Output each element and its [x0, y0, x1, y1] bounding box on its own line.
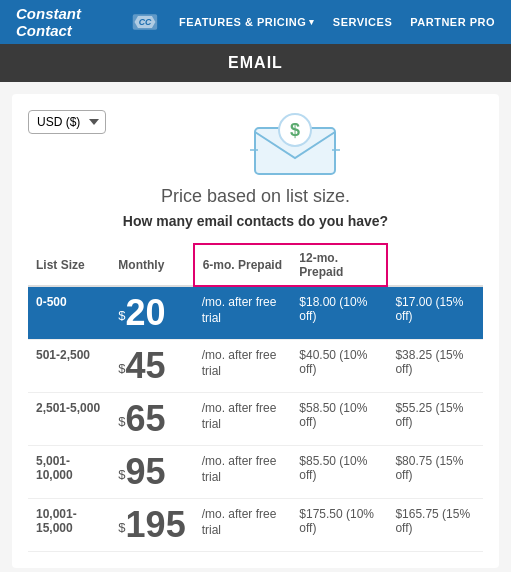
- th-6mo-prepaid: 6-mo. Prepaid: [194, 244, 292, 286]
- logo[interactable]: Constant Contact CC: [16, 5, 159, 39]
- price-sup: $: [118, 467, 125, 482]
- cell-list-size: 501-2,500: [28, 340, 110, 393]
- th-list-size: List Size: [28, 244, 110, 286]
- cell-12mo-prepaid: $80.75 (15% off): [387, 446, 483, 499]
- cell-list-size: 2,501-5,000: [28, 393, 110, 446]
- cell-price-suffix: /mo. after free trial: [194, 286, 292, 340]
- price-big: 20: [126, 292, 166, 333]
- table-row: 501-2,500$45/mo. after free trial$40.50 …: [28, 340, 483, 393]
- table-row: 0-500$20/mo. after free trial$18.00 (10%…: [28, 286, 483, 340]
- th-12mo-prepaid: 12-mo. Prepaid: [291, 244, 387, 286]
- cell-price-suffix: /mo. after free trial: [194, 499, 292, 552]
- cell-6mo-prepaid: $85.50 (10% off): [291, 446, 387, 499]
- price-sup: $: [118, 520, 125, 535]
- cell-12mo-prepaid: $38.25 (15% off): [387, 340, 483, 393]
- price-sup: $: [118, 361, 125, 376]
- price-subtitle: How many email contacts do you have?: [28, 213, 483, 229]
- cell-price-suffix: /mo. after free trial: [194, 393, 292, 446]
- cell-12mo-prepaid: $55.25 (15% off): [387, 393, 483, 446]
- cell-monthly-price: $95: [110, 446, 193, 499]
- top-row: USD ($) EUR (€) GBP (£) CAD ($) $: [28, 110, 483, 178]
- currency-select[interactable]: USD ($) EUR (€) GBP (£) CAD ($): [28, 110, 106, 134]
- main-content: USD ($) EUR (€) GBP (£) CAD ($) $ Price: [12, 94, 499, 568]
- svg-text:$: $: [289, 120, 299, 140]
- cell-6mo-prepaid: $40.50 (10% off): [291, 340, 387, 393]
- nav-link-features-label: FEATURES & PRICING: [179, 16, 306, 28]
- cell-12mo-prepaid: $165.75 (15% off): [387, 499, 483, 552]
- nav-link-services-label: SERVICES: [333, 16, 392, 28]
- cell-6mo-prepaid: $18.00 (10% off): [291, 286, 387, 340]
- nav-links: FEATURES & PRICING ▾ SERVICES PARTNER PR…: [179, 16, 495, 28]
- table-row: 10,001-15,000$195/mo. after free trial$1…: [28, 499, 483, 552]
- cell-6mo-prepaid: $175.50 (10% off): [291, 499, 387, 552]
- envelope-illustration: $: [106, 110, 483, 178]
- price-sup: $: [118, 414, 125, 429]
- cell-list-size: 0-500: [28, 286, 110, 340]
- cell-list-size: 10,001-15,000: [28, 499, 110, 552]
- cell-monthly-price: $20: [110, 286, 193, 340]
- nav-link-services[interactable]: SERVICES: [333, 16, 392, 28]
- table-row: 5,001-10,000$95/mo. after free trial$85.…: [28, 446, 483, 499]
- cell-monthly-price: $195: [110, 499, 193, 552]
- navigation: Constant Contact CC FEATURES & PRICING ▾…: [0, 0, 511, 44]
- price-big: 65: [126, 398, 166, 439]
- svg-text:CC: CC: [139, 17, 152, 27]
- email-header-text: EMAIL: [228, 54, 283, 71]
- cell-price-suffix: /mo. after free trial: [194, 340, 292, 393]
- pricing-table: List Size Monthly 6-mo. Prepaid 12-mo. P…: [28, 243, 483, 552]
- email-header: EMAIL: [0, 44, 511, 82]
- price-title: Price based on list size.: [28, 186, 483, 207]
- price-big: 195: [126, 504, 186, 545]
- logo-icon: CC: [131, 11, 159, 33]
- nav-link-partner-label: PARTNER PRO: [410, 16, 495, 28]
- cell-list-size: 5,001-10,000: [28, 446, 110, 499]
- nav-link-features-pricing[interactable]: FEATURES & PRICING ▾: [179, 16, 315, 28]
- table-header-row: List Size Monthly 6-mo. Prepaid 12-mo. P…: [28, 244, 483, 286]
- cell-price-suffix: /mo. after free trial: [194, 446, 292, 499]
- logo-text: Constant Contact: [16, 5, 125, 39]
- cell-6mo-prepaid: $58.50 (10% off): [291, 393, 387, 446]
- price-big: 95: [126, 451, 166, 492]
- th-monthly: Monthly: [110, 244, 193, 286]
- table-row: 2,501-5,000$65/mo. after free trial$58.5…: [28, 393, 483, 446]
- cell-12mo-prepaid: $17.00 (15% off): [387, 286, 483, 340]
- price-sup: $: [118, 308, 125, 323]
- nav-caret-features: ▾: [309, 17, 315, 27]
- cell-monthly-price: $45: [110, 340, 193, 393]
- nav-link-partner[interactable]: PARTNER PRO: [410, 16, 495, 28]
- price-big: 45: [126, 345, 166, 386]
- cell-monthly-price: $65: [110, 393, 193, 446]
- envelope-svg: $: [250, 110, 340, 178]
